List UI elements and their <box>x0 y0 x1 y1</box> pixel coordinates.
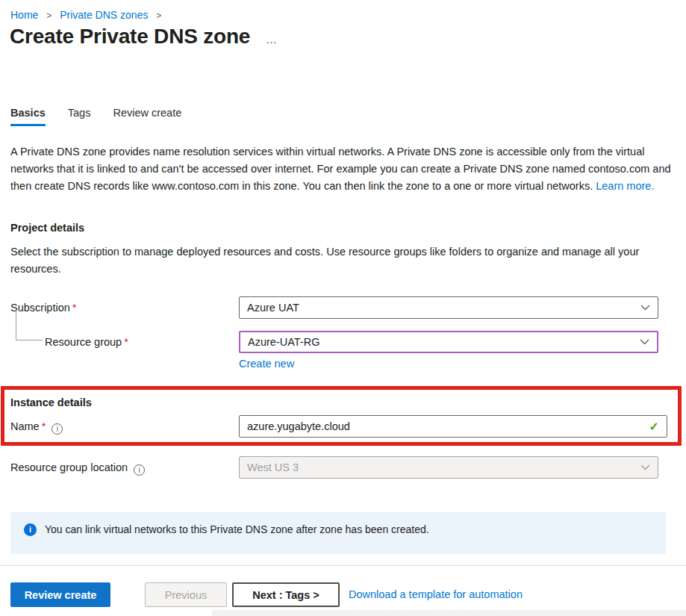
instance-details-heading: Instance details <box>10 396 92 408</box>
breadcrumb-separator: > <box>156 10 161 21</box>
location-dropdown: West US 3 <box>239 456 658 479</box>
location-label-text: Resource group location <box>10 461 128 473</box>
tab-review-create[interactable]: Review create <box>113 107 181 126</box>
tab-tags[interactable]: Tags <box>68 107 91 126</box>
resource-group-label-text: Resource group <box>45 336 122 348</box>
info-banner-icon: i <box>24 523 37 536</box>
subscription-dropdown[interactable]: Azure UAT <box>239 296 658 319</box>
subscription-value: Azure UAT <box>247 302 634 314</box>
previous-button: Previous <box>145 582 227 607</box>
field-connector-line <box>16 308 43 340</box>
intro-description: A Private DNS zone provides name resolut… <box>10 146 671 192</box>
breadcrumb: Home > Private DNS zones > <box>10 9 166 21</box>
review-create-button[interactable]: Review create <box>10 582 110 607</box>
valid-check-icon: ✓ <box>649 420 659 434</box>
next-tags-button[interactable]: Next : Tags > <box>232 582 340 607</box>
tab-basics[interactable]: Basics <box>10 107 46 126</box>
chevron-down-icon <box>640 339 649 345</box>
learn-more-link[interactable]: Learn more. <box>596 180 654 192</box>
name-label: Name*i <box>10 415 63 438</box>
info-icon[interactable]: i <box>52 423 63 435</box>
required-asterisk: * <box>42 420 46 432</box>
breadcrumb-home[interactable]: Home <box>10 9 38 21</box>
bottom-scroll-strip <box>212 610 686 616</box>
project-details-description: Select the subscription to manage deploy… <box>10 243 673 278</box>
info-banner-text: You can link virtual networks to this Pr… <box>45 523 429 535</box>
chevron-down-icon <box>640 464 650 470</box>
info-banner: i You can link virtual networks to this … <box>10 512 666 554</box>
required-asterisk: * <box>72 302 77 314</box>
location-label: Resource group locationi <box>10 456 145 479</box>
footer-divider <box>0 565 686 566</box>
create-new-link[interactable]: Create new <box>239 358 294 370</box>
more-menu-icon[interactable]: … <box>266 33 278 46</box>
info-icon[interactable]: i <box>134 464 145 476</box>
name-label-text: Name <box>10 420 40 432</box>
name-input[interactable] <box>247 420 643 432</box>
project-details-heading: Project details <box>10 222 84 234</box>
page-title: Create Private DNS zone <box>10 25 250 49</box>
tab-bar: Basics Tags Review create <box>10 107 181 126</box>
resource-group-dropdown[interactable]: Azure-UAT-RG <box>239 331 658 353</box>
resource-group-value: Azure-UAT-RG <box>248 336 634 348</box>
intro-text: A Private DNS zone provides name resolut… <box>10 143 673 195</box>
required-asterisk: * <box>124 336 128 348</box>
breadcrumb-separator: > <box>46 10 52 21</box>
name-field-wrapper: ✓ <box>239 415 667 438</box>
breadcrumb-private-dns-zones[interactable]: Private DNS zones <box>60 9 148 21</box>
location-value: West US 3 <box>247 461 634 473</box>
resource-group-label: Resource group* <box>45 331 128 353</box>
chevron-down-icon <box>640 305 650 311</box>
download-template-link[interactable]: Download a template for automation <box>349 588 523 600</box>
